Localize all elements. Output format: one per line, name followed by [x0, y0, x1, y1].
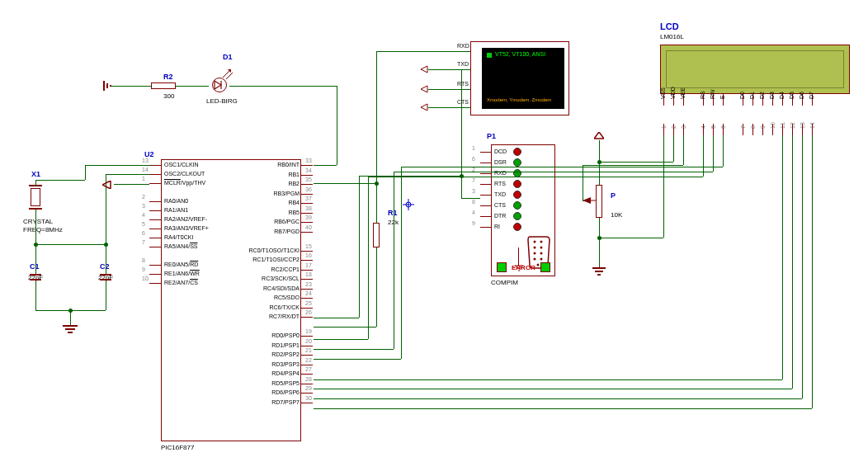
u2-pin-30-name: RD7/PSP7: [271, 399, 300, 405]
lcd-pin-1-name: VSS: [660, 87, 666, 99]
lcd-pin-11-name: D4: [779, 92, 785, 99]
u2-pin-7-num: 7: [142, 239, 145, 245]
res-r1: [373, 223, 380, 247]
compim-led-cts: [513, 201, 521, 210]
compim-pin-6-name: DSR: [494, 159, 507, 165]
svg-point-11: [534, 247, 536, 249]
svg-point-17: [537, 264, 540, 266]
u2-pin-15-name: RC0/T1OSO/T1CKI: [249, 247, 300, 253]
lcd-pin-9-name: D2: [759, 92, 765, 99]
svg-marker-1: [215, 81, 221, 89]
u2-pin-2-name: RA0/AN0: [164, 198, 188, 204]
u2-pin-22-num: 22: [305, 357, 312, 363]
compim-status-led-1: [497, 262, 507, 272]
u2-pin-19-name: RD0/PSP0: [271, 332, 300, 338]
term-pin-cts: [428, 107, 470, 108]
compim-pin-9-num: 9: [472, 220, 475, 226]
u2-pin-6-num: 6: [142, 230, 145, 236]
lcd-pin-10-name: D3: [769, 92, 775, 99]
u2-part: PIC16F877: [161, 444, 194, 451]
compim-pin-8-num: 8: [472, 199, 475, 205]
r2-ref: R2: [163, 73, 173, 81]
p1-ref: P1: [487, 132, 496, 140]
u2-pin-38-num: 38: [305, 205, 312, 211]
u2-pin-26-name: RC7/RX/DT: [269, 313, 300, 319]
u2-pin-8-num: 8: [142, 257, 145, 263]
c2-ref: C2: [100, 262, 110, 271]
u2-pin-30-num: 30: [305, 395, 312, 401]
svg-marker-18: [594, 132, 604, 139]
u2-pin-5-num: 5: [142, 221, 145, 227]
compim-led-dcd: [513, 148, 521, 156]
u2-pin-1-name: MCLR/Vpp/THV: [164, 180, 205, 186]
u2-pin-28-name: RD5/PSP5: [271, 380, 300, 386]
lcd-pin-8-name: D1: [749, 92, 755, 99]
u2-pin-14-num: 14: [142, 167, 149, 172]
compim-status-led-2: [540, 262, 550, 272]
svg-point-15: [534, 258, 536, 261]
u2-pin-22-name: RD3/PSP3: [271, 361, 300, 367]
svg-point-10: [540, 241, 543, 243]
term-sig3: CTS: [457, 99, 469, 105]
svg-point-14: [540, 252, 543, 255]
c1-ref: C1: [30, 262, 40, 271]
u2-pin-33-num: 33: [305, 158, 312, 163]
u2-pin-36-num: 36: [305, 186, 312, 192]
u2-pin-6-name: RA4/T0CKI: [164, 234, 193, 240]
lcd-pin-7-name: D0: [739, 92, 745, 99]
u2-pin-39-name: RB6/PGC: [274, 219, 300, 224]
u2-pin-20-num: 20: [305, 338, 312, 344]
compim-pin-1-num: 1: [472, 145, 475, 151]
pot-ref: P: [611, 191, 616, 200]
u2-pin-20-name: RD1/PSP1: [271, 342, 300, 348]
compim-led-dtr: [513, 212, 521, 220]
pot-val: 10K: [611, 211, 622, 219]
u2-pin-7-name: RA5/AN4/SS: [164, 243, 197, 249]
u2-pin-38-name: RB5: [288, 210, 300, 215]
svg-marker-6: [421, 66, 427, 73]
u2-pin-19-num: 19: [305, 328, 312, 334]
svg-point-9: [534, 241, 536, 243]
u2-pin-10-name: RE2/AN7/CS: [164, 280, 198, 285]
u2-pin-10-num: 10: [142, 276, 149, 281]
lcd-pin-12-name: D5: [789, 92, 795, 99]
u2-pin-8-name: RE0/AN5/RD: [164, 262, 198, 267]
svg-marker-0: [102, 181, 111, 189]
compim-led-rts: [513, 180, 521, 188]
d1-ref: D1: [223, 53, 233, 61]
compim-pin-8-name: CTS: [494, 202, 506, 208]
r2-val: 300: [163, 92, 174, 100]
svg-point-16: [540, 258, 543, 261]
u2-pin-9-num: 9: [142, 266, 145, 272]
term-pin-rts: [428, 89, 470, 90]
u2-pin-26-num: 26: [305, 309, 312, 315]
u2-pin-28-num: 28: [305, 376, 312, 382]
pot-p: [596, 185, 602, 218]
lcd-pin-13-name: D6: [799, 92, 804, 99]
compim-pin-1-name: DCD: [494, 148, 507, 154]
x1-ref: X1: [31, 170, 40, 178]
u2-pin-23-name: RC4/SDI/SDA: [263, 285, 300, 291]
u2-pin-34-num: 34: [305, 167, 312, 173]
compim-pin-6-num: 6: [472, 156, 475, 162]
lcd-part: LM016L: [660, 33, 684, 40]
svg-marker-8: [421, 104, 427, 111]
pot-wiper-icon: [583, 196, 596, 205]
u2-pin-27-num: 27: [305, 366, 312, 372]
u2-pin-18-num: 18: [305, 271, 312, 277]
compim-pin-3-num: 3: [472, 188, 475, 194]
u2-pin-16-name: RC1/T1OSI/CCP2: [252, 257, 300, 262]
x1-freq: FREQ=8MHz: [23, 226, 63, 233]
lcd-pin-4-name: RS: [700, 91, 705, 99]
u2-pin-27-name: RD4/PSP4: [271, 370, 300, 376]
compim-pin-4-name: DTR: [494, 213, 506, 219]
res-r2: [151, 82, 176, 89]
compim-part: COMPIM: [491, 279, 518, 286]
u2-pin-3-name: RA1/AN1: [164, 207, 188, 213]
d1-type: LED-BIRG: [206, 97, 238, 105]
lcd-display: [660, 45, 850, 94]
lcd-pin-2-name: VDD: [670, 87, 676, 99]
u2-pin-34-name: RB1: [288, 172, 300, 177]
u2-pin-24-name: RC5/SDO: [274, 295, 300, 300]
u2-pin-21-num: 21: [305, 347, 312, 353]
